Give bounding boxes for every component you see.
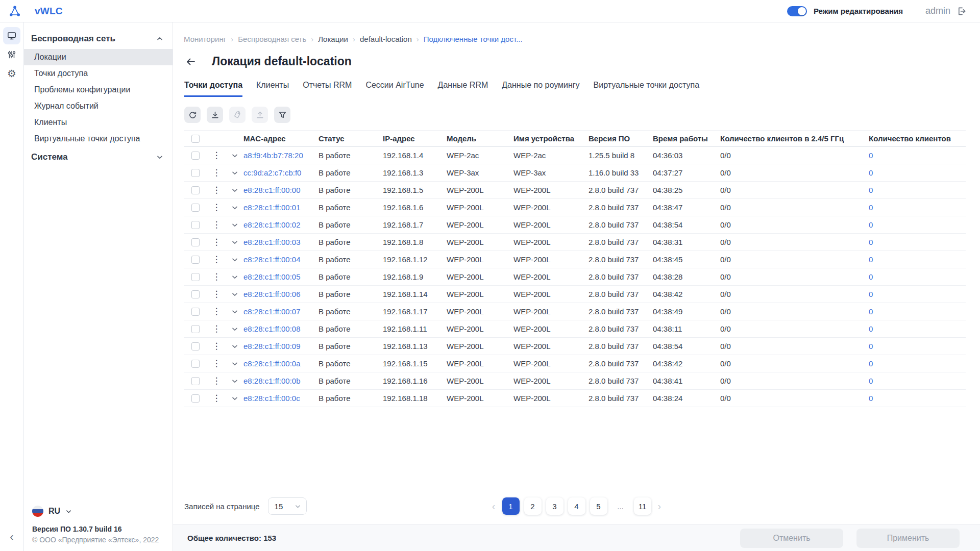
tab[interactable]: Сессии AirTune <box>365 81 424 97</box>
per-page-select[interactable]: 15 <box>268 497 307 515</box>
cancel-button[interactable]: Отменить <box>740 529 843 548</box>
row-menu-kebab-icon[interactable]: ⋮ <box>207 289 226 299</box>
filter-button[interactable] <box>274 107 290 123</box>
sidebar-item[interactable]: Точки доступа <box>24 65 173 82</box>
row-expand-chevron-icon[interactable] <box>226 360 243 367</box>
pager-next-icon[interactable]: › <box>656 500 664 512</box>
row-menu-kebab-icon[interactable]: ⋮ <box>207 202 226 213</box>
breadcrumb-item[interactable]: Мониторинг <box>184 35 226 43</box>
tab[interactable]: Данные RRM <box>438 81 488 97</box>
row-checkbox[interactable] <box>191 342 200 350</box>
mac-address-link[interactable]: e8:28:c1:ff:00:0a <box>243 359 318 368</box>
page-button[interactable]: 2 <box>524 497 542 515</box>
tab[interactable]: Отчеты RRM <box>303 81 352 97</box>
edit-mode-toggle[interactable] <box>787 6 807 16</box>
mac-address-link[interactable]: e8:28:c1:ff:00:06 <box>243 290 318 298</box>
tab[interactable]: Данные по роумингу <box>502 81 579 97</box>
row-expand-chevron-icon[interactable] <box>226 169 243 177</box>
download-button[interactable] <box>207 107 223 123</box>
rail-monitoring-monitor-icon[interactable] <box>3 27 20 44</box>
sidebar-item[interactable]: Локации <box>24 49 173 65</box>
clients-total-link[interactable]: 0 <box>869 238 966 246</box>
row-checkbox[interactable] <box>191 290 200 298</box>
row-checkbox[interactable] <box>191 308 200 316</box>
row-checkbox[interactable] <box>191 186 200 194</box>
back-arrow-icon[interactable] <box>185 56 197 67</box>
mac-address-link[interactable]: cc:9d:a2:c7:cb:f0 <box>243 168 318 177</box>
page-button[interactable]: 3 <box>546 497 564 515</box>
mac-address-link[interactable]: e8:28:c1:ff:00:03 <box>243 238 318 246</box>
pager-prev-icon[interactable]: ‹ <box>490 500 498 512</box>
row-menu-kebab-icon[interactable]: ⋮ <box>207 185 226 195</box>
row-checkbox[interactable] <box>191 273 200 281</box>
row-expand-chevron-icon[interactable] <box>226 239 243 246</box>
upload-button[interactable] <box>252 107 268 123</box>
row-menu-kebab-icon[interactable]: ⋮ <box>207 219 226 230</box>
mac-address-link[interactable]: e8:28:c1:ff:00:07 <box>243 307 318 316</box>
language-selector[interactable]: RU <box>32 506 173 517</box>
row-menu-kebab-icon[interactable]: ⋮ <box>207 271 226 282</box>
rail-settings-gear-icon[interactable]: ⚙ <box>3 65 20 82</box>
row-checkbox[interactable] <box>191 238 200 246</box>
row-expand-chevron-icon[interactable] <box>226 187 243 194</box>
logout-icon[interactable] <box>957 6 967 16</box>
mac-address-link[interactable]: e8:28:c1:ff:00:01 <box>243 203 318 212</box>
clients-total-link[interactable]: 0 <box>869 220 966 229</box>
mac-address-link[interactable]: e8:28:c1:ff:00:0c <box>243 394 318 403</box>
clients-total-link[interactable]: 0 <box>869 290 966 298</box>
row-expand-chevron-icon[interactable] <box>226 273 243 281</box>
sidebar-section-wireless[interactable]: Беспроводная сеть <box>24 29 173 49</box>
mac-address-link[interactable]: a8:f9:4b:b7:78:20 <box>243 151 318 160</box>
clients-total-link[interactable]: 0 <box>869 377 966 385</box>
row-expand-chevron-icon[interactable] <box>226 221 243 229</box>
row-checkbox[interactable] <box>191 325 200 333</box>
row-expand-chevron-icon[interactable] <box>226 204 243 211</box>
mac-address-link[interactable]: e8:28:c1:ff:00:08 <box>243 324 318 333</box>
row-menu-kebab-icon[interactable]: ⋮ <box>207 341 226 352</box>
mac-address-link[interactable]: e8:28:c1:ff:00:09 <box>243 342 318 350</box>
row-menu-kebab-icon[interactable]: ⋮ <box>207 150 226 161</box>
row-checkbox[interactable] <box>191 256 200 264</box>
row-menu-kebab-icon[interactable]: ⋮ <box>207 237 226 247</box>
clients-total-link[interactable]: 0 <box>869 186 966 194</box>
clients-total-link[interactable]: 0 <box>869 203 966 212</box>
clients-total-link[interactable]: 0 <box>869 324 966 333</box>
page-button[interactable]: 4 <box>568 497 585 515</box>
tab[interactable]: Клиенты <box>256 81 289 97</box>
row-expand-chevron-icon[interactable] <box>226 152 243 159</box>
tab[interactable]: Виртуальные точки доступа <box>594 81 699 97</box>
sidebar-collapse-icon[interactable]: ‹ <box>10 531 13 544</box>
mac-address-link[interactable]: e8:28:c1:ff:00:0b <box>243 377 318 385</box>
sidebar-item[interactable]: Виртуальные точки доступа <box>24 131 173 147</box>
clients-total-link[interactable]: 0 <box>869 151 966 160</box>
row-expand-chevron-icon[interactable] <box>226 291 243 298</box>
row-menu-kebab-icon[interactable]: ⋮ <box>207 358 226 369</box>
row-checkbox[interactable] <box>191 152 200 160</box>
row-menu-kebab-icon[interactable]: ⋮ <box>207 306 226 317</box>
apply-button[interactable]: Применить <box>856 529 960 548</box>
tag-button[interactable] <box>229 107 246 123</box>
sidebar-item[interactable]: Клиенты <box>24 114 173 131</box>
row-menu-kebab-icon[interactable]: ⋮ <box>207 393 226 404</box>
row-checkbox[interactable] <box>191 394 200 403</box>
row-expand-chevron-icon[interactable] <box>226 378 243 385</box>
tab[interactable]: Точки доступа <box>184 81 242 97</box>
mac-address-link[interactable]: e8:28:c1:ff:00:04 <box>243 255 318 264</box>
row-expand-chevron-icon[interactable] <box>226 343 243 350</box>
breadcrumb-item[interactable]: Беспроводная сеть <box>238 35 306 43</box>
clients-total-link[interactable]: 0 <box>869 307 966 316</box>
refresh-button[interactable] <box>184 107 201 123</box>
page-button[interactable]: 1 <box>502 497 520 515</box>
clients-total-link[interactable]: 0 <box>869 255 966 264</box>
row-checkbox[interactable] <box>191 377 200 385</box>
sidebar-section-system[interactable]: Система <box>24 147 173 167</box>
select-all-checkbox[interactable] <box>191 135 200 143</box>
row-menu-kebab-icon[interactable]: ⋮ <box>207 323 226 334</box>
row-expand-chevron-icon[interactable] <box>226 325 243 333</box>
row-checkbox[interactable] <box>191 221 200 229</box>
row-menu-kebab-icon[interactable]: ⋮ <box>207 254 226 265</box>
breadcrumb-item[interactable]: Подключенные точки дост... <box>424 35 523 43</box>
mac-address-link[interactable]: e8:28:c1:ff:00:05 <box>243 272 318 281</box>
sidebar-item[interactable]: Журнал событий <box>24 98 173 114</box>
clients-total-link[interactable]: 0 <box>869 168 966 177</box>
